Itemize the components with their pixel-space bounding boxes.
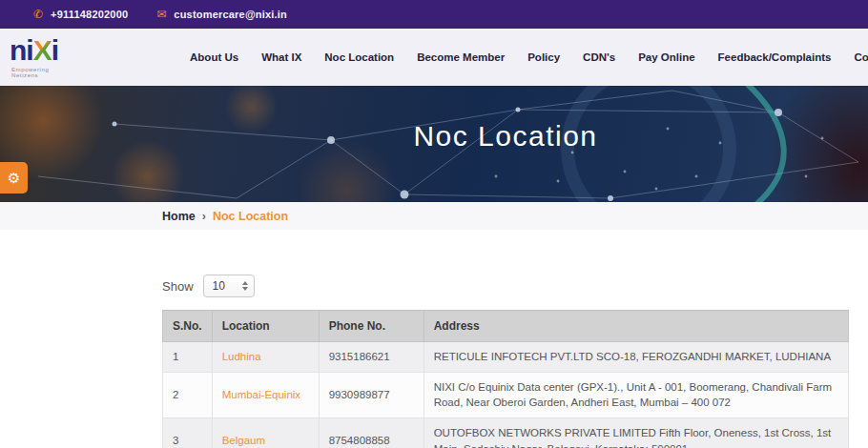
show-entries-value: 10 bbox=[213, 279, 225, 293]
nav-item-feedback[interactable]: Feedback/Complaints bbox=[718, 51, 832, 63]
envelope-icon: ✉ bbox=[156, 9, 166, 20]
table-row: 2 Mumbai-Equinix 9930989877 NIXI C/o Equ… bbox=[163, 372, 849, 417]
nav-item-become-member[interactable]: Become Member bbox=[417, 51, 505, 63]
nav-item-contact-us[interactable]: Contact Us bbox=[854, 51, 868, 63]
cell-phone: 9315186621 bbox=[319, 342, 424, 373]
cell-address: NIXI C/o Equinix Data center (GPX-1)., U… bbox=[424, 372, 848, 417]
column-header-sno: S.No. bbox=[163, 311, 213, 342]
breadcrumb-separator: › bbox=[202, 210, 206, 223]
location-link[interactable]: Belgaum bbox=[222, 435, 265, 446]
breadcrumb-current: Noc Location bbox=[213, 210, 288, 223]
nav-item-what-ix[interactable]: What IX bbox=[261, 51, 301, 63]
cell-location: Belgaum bbox=[212, 418, 319, 448]
main-content: Show 10 S.No. Location Phone No. Address… bbox=[0, 230, 868, 448]
cell-phone: 8754808858 bbox=[319, 418, 424, 448]
cell-address: RETICULE INFOTECH PVT.LTD SCO-18, FEROZG… bbox=[424, 342, 848, 373]
show-entries-select[interactable]: 10 bbox=[203, 275, 255, 297]
show-entries-label: Show bbox=[162, 279, 194, 294]
column-header-phone: Phone No. bbox=[319, 311, 424, 342]
nixi-logo[interactable]: niXi Empowering Netizens bbox=[10, 36, 58, 78]
cell-location: Ludhina bbox=[212, 342, 319, 373]
phone-icon: ✆ bbox=[33, 9, 43, 20]
location-link[interactable]: Mumbai-Equinix bbox=[222, 389, 300, 400]
show-entries-control: Show 10 bbox=[162, 275, 849, 297]
breadcrumb: Home › Noc Location bbox=[0, 202, 868, 230]
nav-item-noc-location[interactable]: Noc Location bbox=[324, 51, 394, 63]
topbar-email-address: customercare@nixi.in bbox=[174, 9, 287, 20]
nav-item-policy[interactable]: Policy bbox=[527, 51, 560, 63]
navbar: niXi Empowering Netizens About Us What I… bbox=[0, 29, 868, 86]
table-header-row: S.No. Location Phone No. Address bbox=[163, 311, 849, 342]
logo-text: niXi bbox=[10, 36, 58, 65]
cell-location: Mumbai-Equinix bbox=[212, 372, 319, 417]
breadcrumb-home-link[interactable]: Home bbox=[162, 210, 196, 223]
cell-sno: 2 bbox=[163, 372, 213, 417]
column-header-location: Location bbox=[212, 311, 319, 342]
hero-banner: Noc Location ⚙ bbox=[0, 86, 868, 202]
table-row: 3 Belgaum 8754808858 OUTOFBOX NETWORKS P… bbox=[163, 418, 849, 448]
topbar: ✆ +911148202000 ✉ customercare@nixi.in bbox=[0, 0, 868, 29]
logo-tagline: Empowering Netizens bbox=[11, 67, 58, 78]
nav-item-cdns[interactable]: CDN's bbox=[583, 51, 615, 63]
topbar-phone-number: +911148202000 bbox=[51, 9, 128, 20]
topbar-phone[interactable]: ✆ +911148202000 bbox=[33, 9, 128, 20]
cell-sno: 1 bbox=[163, 342, 213, 373]
table-row: 1 Ludhina 9315186621 RETICULE INFOTECH P… bbox=[163, 342, 849, 373]
column-header-address: Address bbox=[424, 311, 848, 342]
nav-links: About Us What IX Noc Location Become Mem… bbox=[190, 51, 868, 63]
nav-item-about-us[interactable]: About Us bbox=[190, 51, 238, 63]
gear-icon: ⚙ bbox=[8, 171, 20, 185]
topbar-email[interactable]: ✉ customercare@nixi.in bbox=[156, 9, 287, 20]
settings-gear-button[interactable]: ⚙ bbox=[0, 162, 28, 193]
select-arrows-icon bbox=[242, 281, 248, 291]
page-title: Noc Location bbox=[162, 120, 849, 153]
location-link[interactable]: Ludhina bbox=[222, 351, 261, 362]
noc-location-table: S.No. Location Phone No. Address 1 Ludhi… bbox=[162, 310, 849, 448]
cell-phone: 9930989877 bbox=[319, 372, 424, 417]
cell-sno: 3 bbox=[163, 418, 213, 448]
cell-address: OUTOFBOX NETWORKS PRIVATE LIMITED Fifth … bbox=[424, 418, 848, 448]
nav-item-pay-online[interactable]: Pay Online bbox=[638, 51, 694, 63]
